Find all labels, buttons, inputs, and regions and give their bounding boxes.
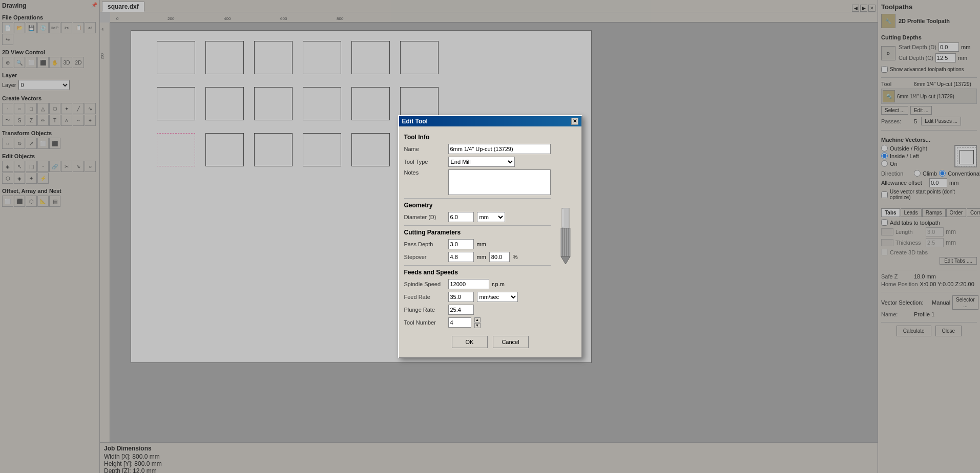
tool-number-up-btn[interactable]: ▲ xyxy=(474,317,481,322)
feeds-speeds-title: Feeds and Speeds xyxy=(404,269,551,276)
diameter-unit-select[interactable]: mm inch xyxy=(477,212,505,222)
dialog-content: Tool Info Name Tool Type End Mill Ball N… xyxy=(399,126,581,357)
dialog-left: Tool Info Name Tool Type End Mill Ball N… xyxy=(404,132,551,331)
feed-rate-unit-select[interactable]: mm/sec mm/min in/sec in/min xyxy=(477,292,518,302)
dialog-sep3 xyxy=(404,265,551,266)
stepover-input[interactable] xyxy=(448,252,474,262)
tool-number-spinners: ▲ ▼ xyxy=(474,317,481,328)
plunge-rate-input[interactable] xyxy=(448,305,474,315)
tool-notes-input[interactable] xyxy=(448,169,551,195)
dialog-pass-depth-row: Pass Depth mm xyxy=(404,239,551,249)
dialog-diameter-row: Diameter (D) mm inch xyxy=(404,212,551,222)
diameter-input[interactable] xyxy=(448,212,474,222)
dialog-close-btn[interactable]: ✕ xyxy=(571,118,578,125)
pass-depth-input[interactable] xyxy=(448,239,474,249)
geometry-section-title: Geometry xyxy=(404,202,551,209)
end-mill-image xyxy=(558,208,573,264)
dialog-right-col xyxy=(555,132,576,331)
dialog-name-row: Name xyxy=(404,144,551,154)
dialog-main-layout: Tool Info Name Tool Type End Mill Ball N… xyxy=(404,132,576,331)
feed-rate-input[interactable] xyxy=(448,292,474,302)
dialog-sep2 xyxy=(404,225,551,226)
dialog-sep1 xyxy=(404,198,551,199)
tool-info-section-title: Tool Info xyxy=(404,134,551,141)
svg-rect-7 xyxy=(562,209,564,227)
tool-name-input[interactable] xyxy=(448,144,551,154)
dialog-title: Edit Tool xyxy=(402,118,428,125)
tool-number-input[interactable] xyxy=(448,317,471,328)
dialog-btn-row: OK Cancel xyxy=(404,336,576,352)
stepover-pct-input[interactable] xyxy=(489,252,510,262)
dialog-title-bar: Edit Tool ✕ xyxy=(399,116,581,126)
dialog-spindle-row: Spindle Speed r.p.m xyxy=(404,279,551,289)
dialog-ok-btn[interactable]: OK xyxy=(452,336,488,348)
modal-overlay: Edit Tool ✕ Tool Info Name Tool Type End… xyxy=(0,0,980,473)
dialog-notes-row: Notes xyxy=(404,169,551,195)
tool-type-select[interactable]: End Mill Ball Nose V-Bit Engraving xyxy=(448,157,515,167)
spindle-speed-input[interactable] xyxy=(448,279,489,289)
dialog-cancel-btn[interactable]: Cancel xyxy=(493,336,529,348)
dialog-tool-type-row: Tool Type End Mill Ball Nose V-Bit Engra… xyxy=(404,157,551,167)
dialog-stepover-row: Stepover mm % xyxy=(404,252,551,262)
dialog-plunge-rate-row: Plunge Rate xyxy=(404,305,551,315)
tool-number-down-btn[interactable]: ▼ xyxy=(474,323,481,328)
cutting-params-title: Cutting Parameters xyxy=(404,229,551,236)
svg-marker-6 xyxy=(561,256,570,264)
dialog-tool-number-row: Tool Number ▲ ▼ xyxy=(404,317,551,328)
dialog-feed-rate-row: Feed Rate mm/sec mm/min in/sec in/min xyxy=(404,292,551,302)
edit-tool-dialog: Edit Tool ✕ Tool Info Name Tool Type End… xyxy=(398,115,582,358)
